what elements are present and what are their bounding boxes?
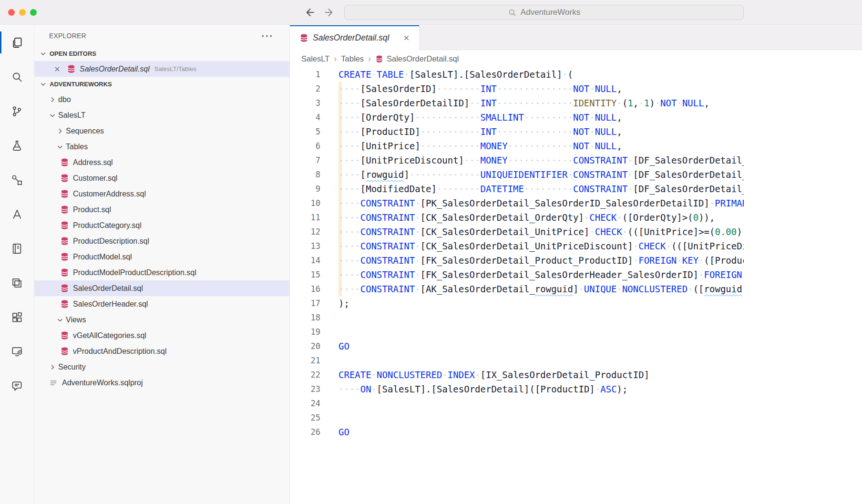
code-line-18[interactable]: 18 [290, 310, 744, 325]
tree-item-customer-sql[interactable]: Customer.sql [34, 170, 289, 186]
search-icon[interactable] [0, 60, 34, 94]
more-actions-icon[interactable]: ⋯ [261, 33, 273, 38]
tab-bar: SalesOrderDetail.sql [290, 25, 862, 50]
tree-item-salesorderdetail-sql[interactable]: SalesOrderDetail.sql [34, 280, 289, 296]
code-line-25[interactable]: 25 [290, 411, 744, 425]
tree-item-productmodel-sql[interactable]: ProductModel.sql [34, 249, 289, 265]
files-icon[interactable] [0, 25, 34, 60]
open-editors-header[interactable]: OPEN EDITORS [34, 46, 289, 61]
minimize-window-button[interactable] [19, 9, 26, 16]
code-line-5[interactable]: 5····[ProductID]···········INT··········… [290, 124, 744, 139]
code-line-8[interactable]: 8····[rowguid]·············UNIQUEIDENTIF… [290, 167, 744, 182]
database-icon [60, 158, 69, 167]
line-number: 4 [290, 110, 320, 124]
tree-item-productmodelproductdescription-sql[interactable]: ProductModelProductDescription.sql [34, 265, 289, 280]
code-line-9[interactable]: 9····[ModifiedDate]········DATETIME·····… [290, 182, 744, 196]
close-tab-icon[interactable] [402, 34, 410, 42]
close-window-button[interactable] [8, 9, 15, 16]
code-line-10[interactable]: 10····CONSTRAINT·[PK_SalesOrderDetail_Sa… [290, 196, 744, 210]
tree-item-productcategory-sql[interactable]: ProductCategory.sql [34, 217, 289, 233]
open-editor-item[interactable]: SalesOrderDetail.sqlSalesLT/Tables [34, 61, 289, 77]
code-line-24[interactable]: 24 [290, 396, 744, 411]
database-projects-icon[interactable] [0, 163, 34, 197]
source-control-icon[interactable] [0, 94, 34, 128]
tree-item-sequences[interactable]: Sequences [34, 123, 289, 139]
tree-item-salesorderheader-sql[interactable]: SalesOrderHeader.sql [34, 296, 289, 312]
code-editor[interactable]: 1CREATE·TABLE·[SalesLT].[SalesOrderDetai… [290, 67, 862, 504]
code-line-3[interactable]: 3····[SalesOrderDetailID]··INT··········… [290, 96, 744, 110]
remote-explorer-icon[interactable] [0, 334, 34, 369]
breadcrumb-item-salesorderdetail-sql[interactable]: SalesOrderDetail.sql [375, 54, 459, 63]
sidebar-explorer: EXPLORER ⋯ OPEN EDITORS SalesOrderDetail… [34, 25, 290, 504]
project-header[interactable]: ADVENTUREWORKS [34, 77, 289, 92]
chevron-right-icon [56, 127, 64, 135]
tree-item-tables[interactable]: Tables [34, 139, 289, 154]
search-icon [508, 8, 517, 17]
file-tree: dboSalesLTSequencesTablesAddress.sqlCust… [34, 92, 289, 391]
code-line-17[interactable]: 17); [290, 296, 744, 310]
database-icon [60, 174, 69, 183]
back-arrow-icon[interactable] [303, 6, 316, 19]
line-number: 20 [290, 339, 320, 353]
tree-item-saleslt[interactable]: SalesLT [34, 107, 289, 123]
beaker-icon[interactable] [0, 128, 34, 163]
zoom-window-button[interactable] [30, 9, 37, 16]
code-line-22[interactable]: 22CREATE·NONCLUSTERED·INDEX·[IX_SalesOrd… [290, 368, 744, 382]
forward-arrow-icon[interactable] [323, 6, 336, 19]
sidebar-header: EXPLORER ⋯ [34, 25, 289, 46]
code-line-2[interactable]: 2····[SalesOrderID]········INT··········… [290, 82, 744, 96]
line-number: 3 [290, 96, 320, 110]
database-icon [299, 33, 308, 42]
code-line-11[interactable]: 11····CONSTRAINT·[CK_SalesOrderDetail_Or… [290, 210, 744, 225]
code-line-6[interactable]: 6····[UnitPrice]···········MONEY········… [290, 139, 744, 153]
tree-item-views[interactable]: Views [34, 312, 289, 328]
database-icon [60, 268, 69, 277]
extensions-icon[interactable] [0, 300, 34, 334]
tree-item-product-sql[interactable]: Product.sql [34, 202, 289, 217]
windows-icon[interactable] [0, 266, 34, 300]
close-editor-icon[interactable] [53, 65, 61, 73]
notebook-icon[interactable] [0, 231, 34, 266]
tree-item-customeraddress-sql[interactable]: CustomerAddress.sql [34, 186, 289, 202]
code-line-4[interactable]: 4····[OrderQty]············SMALLINT·····… [290, 110, 744, 124]
project-file-icon [49, 378, 58, 387]
code-line-7[interactable]: 7····[UnitPriceDiscount]···MONEY········… [290, 153, 744, 167]
editor-group: SalesOrderDetail.sql SalesLT›Tables›Sale… [290, 25, 862, 504]
line-number: 14 [290, 253, 320, 267]
tree-item-productdescription-sql[interactable]: ProductDescription.sql [34, 233, 289, 249]
tree-item-dbo[interactable]: dbo [34, 92, 289, 107]
tree-item-security[interactable]: Security [34, 359, 289, 375]
breadcrumb-item-saleslt[interactable]: SalesLT [301, 54, 329, 63]
code-line-1[interactable]: 1CREATE·TABLE·[SalesLT].[SalesOrderDetai… [290, 67, 744, 82]
line-number: 24 [290, 396, 320, 411]
tree-item-adventureworks-sqlproj[interactable]: AdventureWorks.sqlproj [34, 375, 289, 391]
code-line-14[interactable]: 14····CONSTRAINT·[FK_SalesOrderDetail_Pr… [290, 253, 744, 267]
traffic-lights [0, 9, 37, 16]
tree-item-vproductanddescription-sql[interactable]: vProductAndDescription.sql [34, 343, 289, 359]
code-line-13[interactable]: 13····CONSTRAINT·[CK_SalesOrderDetail_Un… [290, 239, 744, 253]
line-number: 18 [290, 310, 320, 325]
line-number: 25 [290, 411, 320, 425]
tree-item-address-sql[interactable]: Address.sql [34, 154, 289, 170]
explorer-title: EXPLORER [49, 32, 86, 40]
code-line-20[interactable]: 20GO [290, 339, 744, 353]
line-number: 5 [290, 124, 320, 139]
database-icon [60, 347, 69, 356]
code-line-12[interactable]: 12····CONSTRAINT·[CK_SalesOrderDetail_Un… [290, 225, 744, 239]
code-line-15[interactable]: 15····CONSTRAINT·[FK_SalesOrderDetail_Sa… [290, 267, 744, 282]
app-window: AdventureWorks EXPLORER ⋯ OPEN EDITORS S… [0, 0, 862, 504]
azure-icon[interactable] [0, 197, 34, 231]
code-line-19[interactable]: 19 [290, 325, 744, 339]
command-center-search[interactable]: AdventureWorks [344, 5, 744, 20]
tree-item-vgetallcategories-sql[interactable]: vGetAllCategories.sql [34, 328, 289, 343]
tab-salesorderdetail[interactable]: SalesOrderDetail.sql [290, 25, 420, 50]
code-line-16[interactable]: 16····CONSTRAINT·[AK_SalesOrderDetail_ro… [290, 282, 744, 296]
comments-icon[interactable] [0, 369, 34, 403]
breadcrumb-item-tables[interactable]: Tables [341, 54, 364, 63]
line-number: 10 [290, 196, 320, 210]
database-icon [60, 252, 69, 261]
code-line-26[interactable]: 26GO [290, 425, 744, 439]
code-line-21[interactable]: 21 [290, 353, 744, 368]
code-line-23[interactable]: 23····ON·[SalesLT].[SalesOrderDetail]([P… [290, 382, 744, 396]
database-icon [60, 237, 69, 246]
